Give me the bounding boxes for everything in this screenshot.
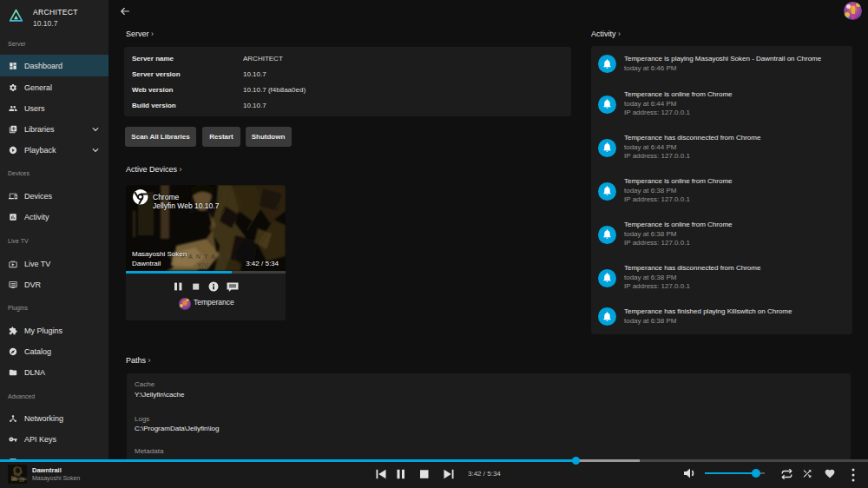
svg-text:X|V: X|V: [197, 261, 208, 269]
svg-text:DAWNTRAIL: DAWNTRAIL: [11, 478, 27, 481]
